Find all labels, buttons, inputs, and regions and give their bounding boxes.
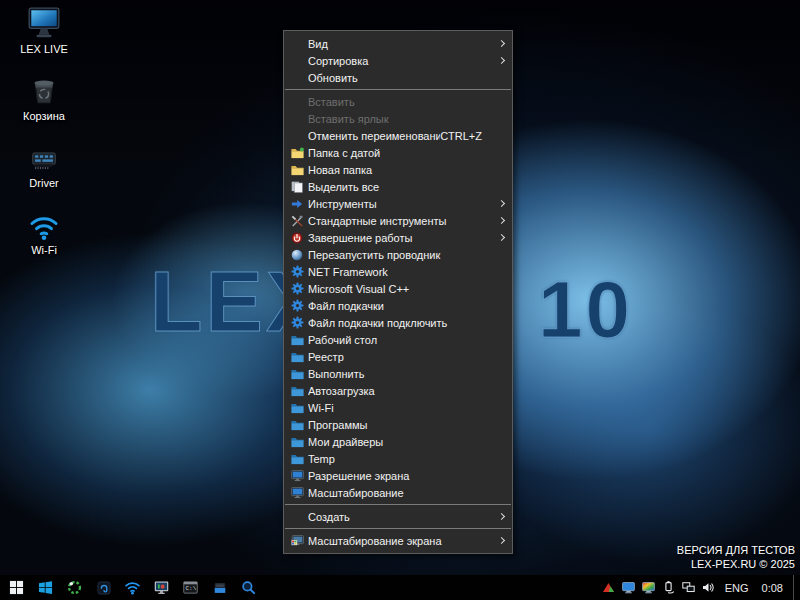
- power-icon: [291, 231, 308, 245]
- taskbar-audio-app-button[interactable]: [92, 575, 115, 600]
- menu-icon-spacer: [291, 71, 308, 85]
- desktop-icon[interactable]: Driver: [4, 140, 84, 189]
- menu-item[interactable]: Стандартные инструменты: [284, 212, 512, 229]
- folder-blue-icon: [291, 435, 308, 449]
- tray-display-color-button[interactable]: [642, 575, 655, 600]
- taskbar-drive-button[interactable]: [208, 575, 231, 600]
- menu-item-label: Масштабирование: [308, 487, 496, 499]
- monitor-icon: [291, 469, 308, 483]
- driver-board-icon: [27, 140, 61, 174]
- submenu-arrow-zone: [496, 58, 506, 63]
- taskbar-left-icons: C:\: [0, 575, 260, 600]
- tray-network-button[interactable]: [682, 575, 695, 600]
- menu-item-label: Сортировка: [308, 55, 496, 67]
- taskbar-wifi-button[interactable]: [121, 575, 144, 600]
- taskbar-green-ring-button[interactable]: [63, 575, 86, 600]
- taskbar-search-button[interactable]: [237, 575, 260, 600]
- menu-separator: [285, 528, 511, 529]
- monitor-color-icon: [291, 534, 308, 548]
- menu-icon-spacer: [291, 54, 308, 68]
- menu-icon-spacer: [291, 112, 308, 126]
- tray-display-button[interactable]: [622, 575, 635, 600]
- tray-volume-button[interactable]: [702, 575, 715, 600]
- menu-item[interactable]: Temp: [284, 450, 512, 467]
- menu-item[interactable]: Рабочий стол: [284, 331, 512, 348]
- taskbar-windows-blue-button[interactable]: [34, 575, 57, 600]
- desktop-icon[interactable]: Корзина: [4, 73, 84, 122]
- chevron-right-icon: [498, 200, 505, 207]
- menu-item[interactable]: Перезапустить проводник: [284, 246, 512, 263]
- taskbar-cmd-button[interactable]: C:\: [179, 575, 202, 600]
- menu-item[interactable]: Мои драйверы: [284, 433, 512, 450]
- select-all-icon: [291, 180, 308, 194]
- menu-separator: [285, 89, 511, 90]
- menu-item[interactable]: Файл подкачки подключить: [284, 314, 512, 331]
- menu-item-label: Разрешение экрана: [308, 470, 496, 482]
- taskbar: C:\ ENG 0:08: [0, 575, 800, 600]
- menu-item[interactable]: Масштабирование: [284, 484, 512, 501]
- tools-icon: [291, 214, 308, 228]
- desktop-icon-list: LEX LIVEКорзинаDriverWi-Fi: [4, 6, 84, 274]
- folder-blue-icon: [291, 452, 308, 466]
- desktop-icon[interactable]: Wi-Fi: [4, 207, 84, 256]
- gear-icon: [291, 316, 308, 330]
- chevron-right-icon: [498, 57, 505, 64]
- menu-item[interactable]: Wi-Fi: [284, 399, 512, 416]
- menu-item[interactable]: Папка с датой: [284, 144, 512, 161]
- menu-item[interactable]: Отменить переименованиеCTRL+Z: [284, 127, 512, 144]
- menu-item[interactable]: Реестр: [284, 348, 512, 365]
- menu-item: Вставить ярлык: [284, 110, 512, 127]
- menu-item[interactable]: Инструменты: [284, 195, 512, 212]
- menu-item-label: Масштабирование экрана: [308, 535, 496, 547]
- windows-start-icon: [9, 580, 24, 595]
- menu-item-label: Создать: [308, 511, 496, 523]
- menu-item[interactable]: NET Framework: [284, 263, 512, 280]
- taskbar-windows-start-button[interactable]: [5, 575, 28, 600]
- tray-usb-eject-button[interactable]: [662, 575, 675, 600]
- folder-blue-icon: [291, 418, 308, 432]
- windows-blue-icon: [38, 580, 53, 595]
- menu-item-label: Автозагрузка: [308, 385, 496, 397]
- menu-item-label: Папка с датой: [308, 147, 496, 159]
- menu-item-label: Новая папка: [308, 164, 496, 176]
- menu-item[interactable]: Автозагрузка: [284, 382, 512, 399]
- folder-blue-icon: [291, 333, 308, 347]
- menu-icon-spacer: [291, 129, 308, 143]
- submenu-arrow-zone: [496, 235, 506, 240]
- menu-item-label: Обновить: [308, 72, 496, 84]
- menu-item[interactable]: Файл подкачки: [284, 297, 512, 314]
- wifi-icon: [28, 207, 60, 241]
- menu-item[interactable]: Сортировка: [284, 52, 512, 69]
- show-desktop-button[interactable]: [793, 575, 797, 600]
- menu-item[interactable]: Выделить все: [284, 178, 512, 195]
- arrow-right-blue-icon: [291, 197, 308, 211]
- menu-item[interactable]: Создать: [284, 508, 512, 525]
- desktop-icon[interactable]: LEX LIVE: [4, 6, 84, 55]
- language-indicator[interactable]: ENG: [722, 582, 752, 594]
- menu-item[interactable]: Программы: [284, 416, 512, 433]
- menu-item[interactable]: Завершение работы: [284, 229, 512, 246]
- tray-graphics-tuner-button[interactable]: [602, 575, 615, 600]
- menu-item: Вставить: [284, 93, 512, 110]
- chevron-right-icon: [498, 537, 505, 544]
- folder-blue-icon: [291, 350, 308, 364]
- menu-item[interactable]: Масштабирование экрана: [284, 532, 512, 549]
- clock[interactable]: 0:08: [759, 582, 786, 594]
- menu-item-label: Выполнить: [308, 368, 496, 380]
- menu-item[interactable]: Вид: [284, 35, 512, 52]
- submenu-arrow-zone: [496, 201, 506, 206]
- menu-item[interactable]: Выполнить: [284, 365, 512, 382]
- menu-item[interactable]: Обновить: [284, 69, 512, 86]
- monitor-ten-icon: [154, 580, 169, 595]
- menu-item-label: Завершение работы: [308, 232, 496, 244]
- folder-blue-icon: [291, 384, 308, 398]
- menu-item[interactable]: Разрешение экрана: [284, 467, 512, 484]
- svg-text:C:\: C:\: [185, 585, 196, 592]
- taskbar-monitor-ten-button[interactable]: [150, 575, 173, 600]
- folder-new-icon: [291, 146, 308, 160]
- menu-item[interactable]: Новая папка: [284, 161, 512, 178]
- chevron-right-icon: [498, 217, 505, 224]
- menu-item-label: Вид: [308, 38, 496, 50]
- menu-item[interactable]: Microsoft Visual C++: [284, 280, 512, 297]
- network-icon: [682, 582, 695, 593]
